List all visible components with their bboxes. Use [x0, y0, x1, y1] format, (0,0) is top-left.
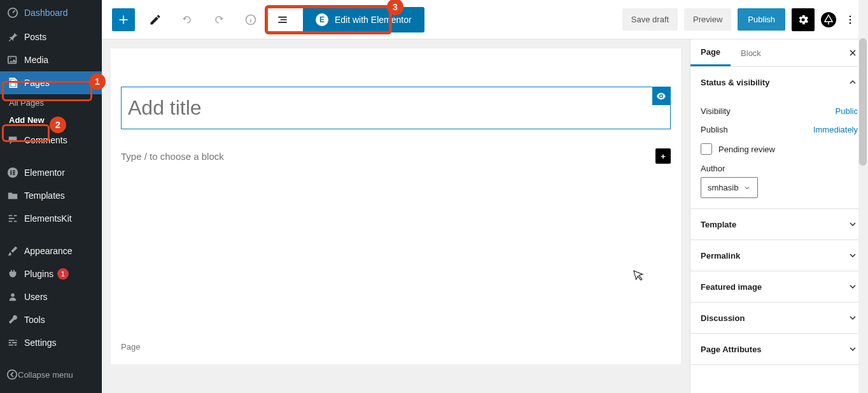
outline-button[interactable] [271, 8, 294, 31]
collapse-menu-button[interactable]: Collapse menu [0, 364, 102, 385]
collapse-icon [6, 369, 18, 380]
svg-point-17 [850, 22, 851, 24]
svg-rect-5 [13, 172, 15, 173]
sidebar-item-media[interactable]: Media [0, 48, 102, 71]
sidebar-item-elementskit[interactable]: ElementsKit [0, 207, 102, 230]
settings-toggle-button[interactable] [792, 8, 815, 31]
add-block-button[interactable] [112, 8, 135, 31]
sidebar-item-comments[interactable]: Comments [0, 129, 102, 152]
author-select[interactable]: smhasib [701, 177, 758, 198]
elementskit-icon [6, 212, 19, 225]
section-title: Template [701, 220, 736, 229]
svg-rect-3 [10, 170, 11, 175]
sidebar-item-templates[interactable]: Templates [0, 184, 102, 207]
add-block-inline-button[interactable]: + [655, 148, 671, 164]
editor-main: E Edit with Elementor Save draft Preview… [102, 0, 868, 393]
tab-page[interactable]: Page [690, 39, 731, 66]
user-avatar[interactable] [821, 12, 836, 27]
svg-rect-10 [14, 215, 17, 217]
publish-button[interactable]: Publish [738, 8, 785, 31]
redo-button[interactable] [207, 8, 230, 31]
author-label: Author [701, 164, 858, 173]
svg-rect-6 [13, 174, 15, 175]
sidebar-item-label: Appearance [24, 246, 73, 256]
sidebar-sub-all-pages[interactable]: All Pages [0, 94, 102, 111]
page-scrollbar[interactable] [858, 0, 868, 393]
section-title: Page Attributes [701, 345, 762, 354]
section-featured-header[interactable]: Featured image [690, 271, 868, 302]
chevron-down-icon [848, 282, 858, 292]
sidebar-item-tools[interactable]: Tools [0, 308, 102, 331]
dashboard-icon [6, 6, 19, 19]
edit-with-elementor-button[interactable]: E Edit with Elementor [303, 7, 424, 32]
edit-mode-button[interactable] [144, 8, 167, 31]
sidebar-item-users[interactable]: Users [0, 285, 102, 308]
section-status: Status & visibility Visibility Public Pu… [690, 67, 868, 209]
elementor-logo-icon: E [316, 13, 328, 26]
svg-rect-11 [14, 221, 17, 222]
svg-point-16 [850, 18, 851, 20]
svg-point-12 [11, 294, 14, 297]
svg-rect-7 [9, 215, 12, 217]
svg-rect-4 [13, 170, 15, 171]
sidebar-item-label: Comments [24, 135, 67, 145]
block-inserter-row: Type / to choose a block + [121, 148, 671, 164]
visibility-value[interactable]: Public [836, 106, 858, 116]
publish-value[interactable]: Immediately [813, 125, 858, 134]
title-input[interactable] [122, 87, 670, 129]
section-template-header[interactable]: Template [690, 209, 868, 239]
svg-rect-9 [9, 221, 12, 222]
sidebar-item-label: Elementor [24, 168, 65, 178]
visibility-toggle[interactable] [652, 87, 670, 105]
sidebar-item-dashboard[interactable]: Dashboard [0, 0, 102, 25]
settings-panel: Page Block Status & visibility Visibilit… [690, 39, 868, 393]
sidebar-item-posts[interactable]: Posts [0, 25, 102, 48]
annotation-bubble-1: 1 [89, 73, 106, 90]
sidebar-item-appearance[interactable]: Appearance [0, 239, 102, 262]
title-input-wrap [121, 87, 671, 129]
chevron-down-icon [743, 184, 751, 192]
collapse-menu-label: Collapse menu [18, 370, 73, 380]
folder-icon [6, 189, 19, 202]
sidebar-item-label: Media [24, 55, 48, 65]
chevron-down-icon [848, 313, 858, 323]
pending-review-label: Pending review [718, 145, 775, 154]
sidebar-item-label: Dashboard [24, 8, 68, 18]
sidebar-item-label: Plugins [24, 269, 53, 279]
block-placeholder-text[interactable]: Type / to choose a block [121, 151, 655, 162]
preview-button[interactable]: Preview [684, 8, 731, 31]
sidebar-item-label: Posts [24, 32, 46, 42]
pages-icon [6, 76, 19, 89]
admin-sidebar: Dashboard Posts Media Pages All Pages Ad… [0, 0, 102, 393]
save-draft-button[interactable]: Save draft [622, 8, 678, 31]
editor-toolbar: E Edit with Elementor Save draft Preview… [102, 0, 868, 39]
more-options-button[interactable] [843, 14, 858, 25]
editor-canvas: Type / to choose a block + Page [111, 48, 681, 364]
section-status-header[interactable]: Status & visibility [690, 67, 868, 97]
publish-label: Publish [701, 125, 728, 134]
svg-rect-8 [9, 218, 15, 219]
undo-button[interactable] [176, 8, 199, 31]
sidebar-item-label: Settings [24, 338, 57, 348]
svg-rect-1 [8, 57, 17, 64]
scrollbar-thumb[interactable] [859, 38, 867, 166]
plugin-icon [6, 268, 19, 280]
sidebar-item-pages[interactable]: Pages [0, 71, 102, 94]
pending-review-checkbox[interactable] [701, 143, 712, 155]
section-attributes-header[interactable]: Page Attributes [690, 334, 868, 364]
visibility-label: Visibility [701, 106, 731, 116]
info-button[interactable] [239, 8, 262, 31]
plugins-update-badge: 1 [57, 268, 69, 280]
media-icon [6, 54, 19, 66]
elementor-button-label: Edit with Elementor [335, 15, 412, 25]
author-value: smhasib [708, 183, 738, 192]
sidebar-item-plugins[interactable]: Plugins 1 [0, 262, 102, 285]
pin-icon [6, 31, 19, 43]
sidebar-item-settings[interactable]: Settings [0, 331, 102, 354]
tab-block[interactable]: Block [731, 41, 771, 66]
sidebar-item-elementor[interactable]: Elementor [0, 161, 102, 184]
section-discussion-header[interactable]: Discussion [690, 303, 868, 333]
section-permalink-header[interactable]: Permalink [690, 240, 868, 271]
sidebar-item-label: Users [24, 292, 48, 302]
block-breadcrumb[interactable]: Page [121, 342, 681, 352]
